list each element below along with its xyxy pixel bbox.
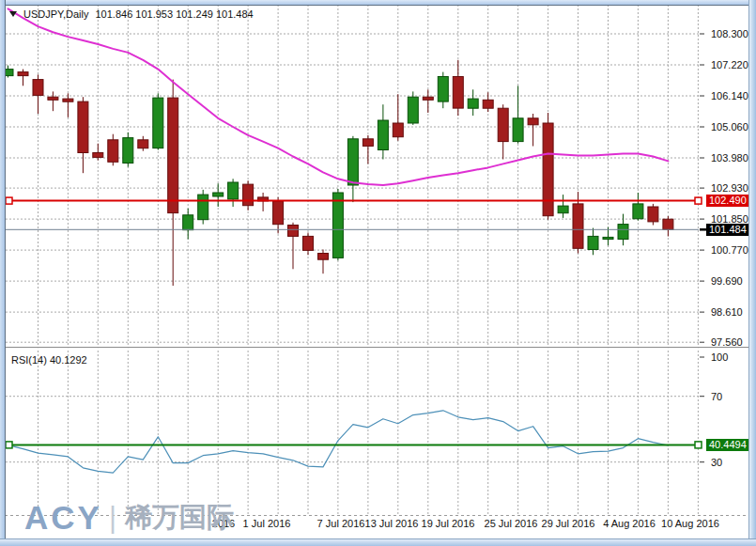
window-border-top: [0, 0, 756, 6]
broker-logo: ACY | 稀万国际: [24, 499, 234, 537]
chart-canvas[interactable]: [0, 0, 756, 546]
symbol-period-label: USDJPY,Daily: [23, 8, 89, 20]
logo-brand: ACY: [24, 499, 102, 537]
logo-chinese-name: 稀万国际: [125, 499, 234, 537]
window-border-left: [0, 0, 6, 546]
window-border-right: [748, 0, 756, 546]
window-border-bottom: [0, 538, 756, 546]
ohlc-values: 101.846 101.953 101.249 101.484: [96, 8, 254, 20]
mt4-chart-window: USDJPY,Daily 101.846 101.953 101.249 101…: [0, 0, 756, 546]
chart-dropdown-arrow-icon[interactable]: [9, 11, 17, 17]
logo-separator: |: [109, 501, 116, 535]
rsi-indicator-label: RSI(14) 40.1292: [11, 354, 87, 366]
chart-title: USDJPY,Daily 101.846 101.953 101.249 101…: [9, 8, 254, 20]
